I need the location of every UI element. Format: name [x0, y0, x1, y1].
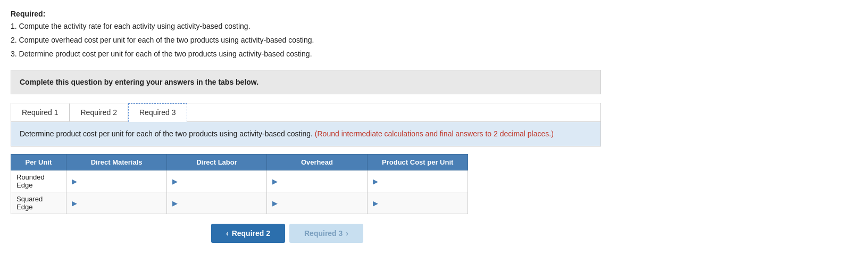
complete-box-text: Complete this question by entering your … [20, 78, 592, 86]
prev-arrow-icon: ‹ [226, 229, 229, 238]
cell-squared-product-cost: ▶ [368, 192, 468, 214]
tab-content-note: (Round intermediate calculations and fin… [315, 129, 554, 138]
table-row: Rounded Edge ▶ ▶ ▶ [11, 170, 468, 192]
col-header-product-cost: Product Cost per Unit [368, 154, 468, 170]
arrow-icon-pc1: ▶ [373, 177, 378, 185]
next-button[interactable]: Required 3 › [289, 224, 363, 243]
input-rounded-overhead[interactable] [280, 177, 362, 185]
arrow-icon-rm1: ▶ [72, 177, 77, 185]
input-rounded-direct-materials[interactable] [79, 177, 161, 185]
arrow-icon-dl2: ▶ [172, 199, 178, 207]
col-header-per-unit: Per Unit [11, 154, 66, 170]
tab-content: Determine product cost per unit for each… [11, 122, 600, 146]
tab-required1[interactable]: Required 1 [11, 103, 70, 121]
table-header-row: Per Unit Direct Materials Direct Labor O… [11, 154, 468, 170]
col-header-overhead: Overhead [266, 154, 368, 170]
required-item-1: 1. Compute the activity rate for each ac… [11, 20, 857, 33]
cell-rounded-product-cost: ▶ [368, 170, 468, 192]
col-header-direct-labor: Direct Labor [167, 154, 266, 170]
arrow-icon-pc2: ▶ [373, 199, 378, 207]
input-squared-product-cost[interactable] [380, 199, 462, 207]
cell-rounded-direct-materials: ▶ [66, 170, 166, 192]
arrow-icon-rm2: ▶ [72, 199, 77, 207]
input-squared-overhead[interactable] [280, 199, 362, 207]
input-squared-direct-materials[interactable] [79, 199, 161, 207]
product-cost-table: Per Unit Direct Materials Direct Labor O… [11, 154, 468, 214]
table-section: Per Unit Direct Materials Direct Labor O… [11, 154, 468, 214]
cell-rounded-direct-labor: ▶ [167, 170, 266, 192]
arrow-icon-dl1: ▶ [172, 177, 178, 185]
arrow-icon-oh1: ▶ [272, 177, 278, 185]
cell-squared-overhead: ▶ [266, 192, 368, 214]
row-label-rounded-edge: Rounded Edge [11, 170, 66, 192]
cell-squared-direct-materials: ▶ [66, 192, 166, 214]
tab-required3[interactable]: Required 3 [128, 103, 187, 122]
next-button-label: Required 3 [304, 229, 343, 238]
input-rounded-direct-labor[interactable] [180, 177, 261, 185]
complete-box: Complete this question by entering your … [11, 70, 601, 94]
next-arrow-icon: › [346, 229, 348, 238]
tab-content-main: Determine product cost per unit for each… [20, 129, 313, 138]
nav-buttons: ‹ Required 2 Required 3 › [11, 224, 468, 243]
required-section: Required: 1. Compute the activity rate f… [11, 10, 857, 60]
table-row: Squared Edge ▶ ▶ ▶ [11, 192, 468, 214]
tabs-row: Required 1 Required 2 Required 3 [11, 103, 600, 122]
input-squared-direct-labor[interactable] [180, 199, 261, 207]
cell-rounded-overhead: ▶ [266, 170, 368, 192]
row-label-squared-edge: Squared Edge [11, 192, 66, 214]
prev-button[interactable]: ‹ Required 2 [211, 224, 285, 243]
tab-required2[interactable]: Required 2 [70, 103, 129, 121]
required-list: 1. Compute the activity rate for each ac… [11, 20, 857, 60]
required-item-3: 3. Determine product cost per unit for e… [11, 48, 857, 61]
arrow-icon-oh2: ▶ [272, 199, 278, 207]
prev-button-label: Required 2 [232, 229, 270, 238]
col-header-direct-materials: Direct Materials [66, 154, 166, 170]
cell-squared-direct-labor: ▶ [167, 192, 266, 214]
required-header: Required: [11, 10, 857, 18]
tabs-container: Required 1 Required 2 Required 3 Determi… [11, 103, 601, 146]
input-rounded-product-cost[interactable] [380, 177, 462, 185]
required-item-2: 2. Compute overhead cost per unit for ea… [11, 34, 857, 47]
